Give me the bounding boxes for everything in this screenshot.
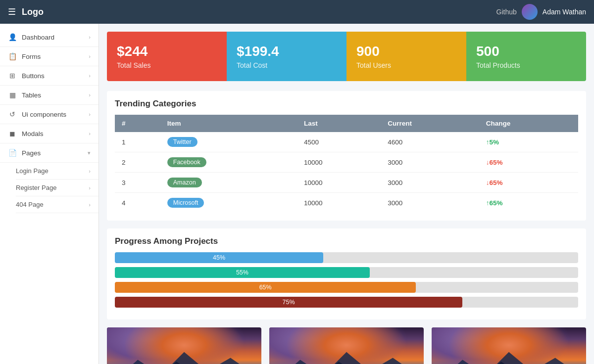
stat-card-total-sales: $244 Total Sales [107,32,227,81]
progress-label-bar4: 75% [282,299,295,306]
sidebar-label-forms: Forms [22,53,41,60]
chevron-ui-components: › [89,111,91,117]
row-current: 3000 [381,193,479,213]
main-content: $244 Total Sales $199.4 Total Cost 900 T… [99,24,594,364]
gallery-img-inner [107,327,261,364]
sidebar-sub-item-404-page[interactable]: 404 Page › [16,196,99,213]
sidebar-label-ui-components: Ui components [22,111,66,118]
sidebar-item-ui-components[interactable]: ↺ Ui components › [0,105,99,124]
change-value: 5% [486,138,499,146]
change-value: 65% [486,179,503,186]
row-change: 65% [479,152,578,173]
row-num: 3 [115,173,160,193]
sidebar-icon-ui-components: ↺ [8,110,17,118]
sidebar-icon-modals: ◼ [8,130,17,137]
progress-bar-bg-bar1: 45% [115,252,578,263]
stat-label-total-users: Total Users [356,61,456,69]
table-row: 1 Twitter 4500 4600 5% [115,132,578,152]
row-item: Twitter [160,132,297,152]
progress-label-bar3: 65% [259,284,272,291]
chevron-forms: › [89,53,91,59]
sidebar-sub-label-register-page: Register Page [16,184,56,191]
change-arrow [486,159,490,166]
progress-bar-wrap-bar2: 55% [115,267,578,278]
sidebar-item-buttons[interactable]: ⊞ Buttons › [0,66,99,86]
sidebar-item-left: ⊞ Buttons [8,72,45,80]
sidebar-icon-forms: 📋 [8,52,17,60]
sidebar-icon-pages: 📄 [8,149,17,157]
topnav: ☰ Logo Github Adam Wathan [0,0,594,24]
change-value: 65% [486,159,503,166]
sidebar-item-left: ↺ Ui components [8,110,66,118]
sidebar-item-left: ▦ Tables [8,91,41,99]
col-current: Current [381,115,479,132]
stat-card-total-products: 500 Total Products [466,32,586,81]
sidebar-label-tables: Tables [22,91,41,99]
sidebar-sub-label-404-page: 404 Page [16,201,44,208]
sidebar-label-modals: Modals [22,130,44,137]
change-value: 65% [486,199,503,207]
logo-text: Logo [22,7,44,17]
progress-bar-bg-bar4: 75% [115,297,578,308]
sidebar-item-left: 👤 Dashboard [8,33,54,41]
row-item: Facebook [160,152,297,173]
col-change: Change [479,115,578,132]
row-change: 65% [479,193,578,213]
hamburger-icon[interactable]: ☰ [8,6,16,17]
gallery-image-img1 [107,327,261,364]
topnav-right: Github Adam Wathan [496,4,586,20]
svg-marker-4 [432,352,586,364]
change-arrow [486,138,490,146]
badge-facebook: Facebook [167,157,206,167]
table-row: 2 Facebook 10000 3000 65% [115,152,578,173]
row-last: 10000 [297,173,381,193]
row-last: 4500 [297,132,381,152]
mountain-svg [107,348,261,364]
layout: 👤 Dashboard › 📋 Forms › ⊞ Buttons › ▦ Ta… [0,24,594,364]
sidebar-item-dashboard[interactable]: 👤 Dashboard › [0,28,99,47]
chevron-dashboard: › [89,34,91,40]
trending-section: Trending Categories #ItemLastCurrentChan… [107,91,586,221]
sidebar-item-modals[interactable]: ◼ Modals › [0,124,99,143]
chevron-buttons: › [89,73,91,79]
gallery-image-img3 [432,327,586,364]
row-num: 1 [115,132,160,152]
progress-bar-fill-bar4: 75% [115,297,462,308]
progress-title: Progress Among Projects [115,236,578,246]
sidebar-sub-label-login-page: Login Page [16,167,49,175]
stat-label-total-products: Total Products [476,61,576,69]
row-change: 5% [479,132,578,152]
row-num: 2 [115,152,160,173]
sidebar-item-pages[interactable]: 📄 Pages ▾ [0,143,99,163]
user-name: Adam Wathan [543,8,586,16]
gallery-img-inner [269,327,424,364]
row-item: Amazon [160,173,297,193]
badge-amazon: Amazon [167,178,202,187]
col-last: Last [297,115,381,132]
progress-bar-wrap-bar1: 45% [115,252,578,263]
sidebar-label-pages: Pages [22,149,41,157]
progress-bar-bg-bar2: 55% [115,267,578,278]
sidebar-label-buttons: Buttons [22,72,45,80]
github-link[interactable]: Github [496,8,517,16]
stat-value-total-products: 500 [476,44,576,59]
sidebar-icon-tables: ▦ [8,91,17,99]
sidebar-sub-item-login-page[interactable]: Login Page › [16,163,99,180]
sidebar-item-tables[interactable]: ▦ Tables › [0,86,99,105]
mountain-svg [432,348,586,364]
chevron-sub-404-page: › [89,202,91,208]
sidebar: 👤 Dashboard › 📋 Forms › ⊞ Buttons › ▦ Ta… [0,24,99,364]
sidebar-item-forms[interactable]: 📋 Forms › [0,47,99,66]
stat-value-total-sales: $244 [117,44,217,59]
chevron-tables: › [89,92,91,98]
svg-marker-2 [269,352,424,364]
trending-title: Trending Categories [115,99,578,109]
sidebar-icon-buttons: ⊞ [8,72,17,80]
trending-table: #ItemLastCurrentChange 1 Twitter 4500 46… [115,115,578,213]
row-change: 65% [479,173,578,193]
row-current: 3000 [381,152,479,173]
stat-label-total-sales: Total Sales [117,61,217,69]
table-row: 3 Amazon 10000 3000 65% [115,173,578,193]
progress-bar-wrap-bar3: 65% [115,282,578,293]
sidebar-sub-item-register-page[interactable]: Register Page › [16,180,99,196]
